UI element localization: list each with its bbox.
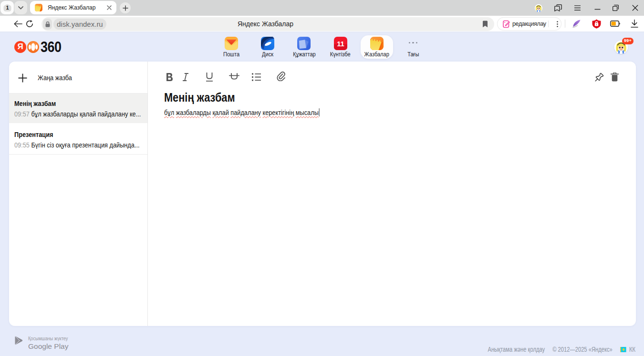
bookmark-icon (482, 21, 488, 28)
chevron-down-icon (18, 6, 23, 10)
text-caret (319, 108, 320, 116)
notes-service-icon (370, 37, 384, 50)
bold-button[interactable] (164, 70, 175, 84)
reload-icon (26, 20, 33, 28)
note-list-item[interactable]: Менің жазбам 09:57 бұл жазбаларды қалай … (9, 94, 147, 123)
service-notes[interactable]: Жазбалар (359, 32, 395, 62)
extension-separator (548, 21, 549, 27)
lock-icon (45, 21, 50, 27)
360-logo-circle (27, 41, 39, 53)
battery-icon (610, 21, 620, 27)
downloads-button[interactable] (630, 16, 639, 31)
service-docs[interactable]: Құжаттар (286, 32, 322, 62)
note-meta-text: 09:57 бұл жазбаларды қалай пайдалану ке.… (14, 110, 141, 118)
service-label: Диск (249, 51, 286, 58)
misspelled-word: мысалы (296, 108, 319, 116)
window-restore-button[interactable] (611, 0, 620, 16)
note-item-title: Презентация (14, 131, 141, 138)
service-label-text: Пошта (223, 51, 239, 58)
italic-button[interactable] (180, 70, 191, 84)
footer-links: Анықтама және қолдау © 2012—2025 «Яндекс… (488, 345, 635, 354)
kazakhstan-flag-icon (620, 347, 626, 352)
note-title[interactable]: Менің жазбам (164, 90, 235, 105)
service-label-text: Тағы (407, 51, 419, 58)
docs-icon (297, 37, 311, 50)
url-text[interactable]: disk.yandex.ru (53, 19, 106, 30)
browser-menu-button[interactable] (573, 0, 582, 16)
tab-counter-button[interactable]: 1 (0, 1, 14, 14)
google-play-big-text: Google Play (28, 342, 72, 350)
tab-panels-icon (554, 4, 562, 11)
extension-pill[interactable]: редакциялау (497, 17, 561, 31)
bookmark-button[interactable] (482, 21, 488, 30)
new-tab-button[interactable] (120, 2, 131, 13)
service-label: Пошта (213, 51, 249, 58)
tab-counter-number: 1 (3, 4, 11, 11)
hamburger-menu-icon (574, 5, 581, 10)
service-label-text: Диск (262, 51, 273, 58)
language-selector[interactable]: КК (629, 346, 635, 353)
note-body[interactable]: бұл жазбаларды қалай пайдалану керектігі… (164, 107, 320, 117)
paperclip-icon (276, 72, 286, 81)
note-editor: Менің жазбам бұл жазбаларды қалай пайдал… (148, 62, 636, 326)
service-mail[interactable]: Пошта (213, 32, 249, 62)
browser-profile-avatar[interactable] (534, 0, 543, 16)
attach-button[interactable] (275, 70, 287, 83)
extension-menu-button[interactable] (552, 18, 562, 30)
window-minimize-button[interactable] (593, 0, 602, 16)
delete-note-button[interactable] (608, 71, 621, 83)
service-calendar[interactable]: 11 Күнтізбе (322, 32, 359, 62)
extension-label: редакциялау (512, 18, 546, 30)
service-label-text: Құжаттар (293, 51, 316, 58)
note-meta-text: 09:55 Бүгін сіз оқуға презентация дайынд… (14, 141, 140, 149)
reload-button[interactable] (25, 16, 34, 31)
notes-sidebar: Жаңа жазба Менің жазбам 09:57 бұл жазбал… (9, 62, 148, 326)
protect-button[interactable] (591, 16, 602, 31)
list-button[interactable] (250, 70, 262, 84)
window-close-button[interactable] (631, 0, 639, 16)
kebab-menu-icon (557, 21, 558, 27)
calendar-icon: 11 (334, 37, 347, 50)
minimize-icon (594, 5, 601, 11)
service-label-text: Күнтізбе (330, 51, 351, 58)
address-bar-page-title: Яндекс Жазбалар (42, 17, 489, 31)
yandex-360-page: Я 360 (0, 32, 644, 356)
address-bar[interactable]: Яндекс Жазбалар disk.yandex.ru (42, 17, 494, 31)
underline-button[interactable] (204, 70, 215, 84)
service-disk[interactable]: Диск (249, 32, 286, 62)
yandex-360-logo[interactable]: Я 360 (14, 41, 65, 53)
note-list-item[interactable]: Презентация 09:55 Бүгін сіз оқуға презен… (9, 123, 147, 155)
plus-icon (18, 73, 27, 83)
note-item-snippet: бұл жазбаларды қалай пайдалану ке... (31, 110, 141, 118)
tab-list-dropdown[interactable] (14, 1, 27, 14)
help-link[interactable]: Анықтама және қолдау (488, 346, 545, 353)
site-security-chip[interactable] (43, 19, 52, 30)
new-note-button[interactable]: Жаңа жазба (9, 62, 147, 94)
pin-note-button[interactable] (593, 71, 605, 83)
close-icon (107, 5, 112, 10)
google-play-small-text: Қосымшаны жүктеу (28, 336, 68, 341)
service-label-text: Жазбалар (364, 51, 389, 58)
tab-panels-button[interactable] (554, 0, 562, 16)
360-logo-text: 360 (41, 38, 62, 56)
tab-title: Яндекс Жазбалар (48, 1, 95, 14)
service-label: Жазбалар (359, 51, 395, 58)
page-footer: Қосымшаны жүктеу Google Play Анықтама жә… (0, 326, 644, 356)
strikethrough-button[interactable] (228, 70, 240, 84)
back-button[interactable] (13, 16, 23, 31)
service-more[interactable]: Тағы (395, 32, 431, 62)
avatar-girl-icon (535, 4, 542, 12)
service-label: Құжаттар (286, 51, 322, 58)
notes-favicon (35, 4, 42, 11)
yandex-pen-button[interactable] (571, 16, 582, 31)
tab-close-button[interactable] (106, 4, 113, 11)
misspelled-word: жазбаларды (176, 108, 211, 116)
google-play-link[interactable]: Қосымшаны жүктеу Google Play (15, 336, 72, 350)
browser-tab[interactable]: Яндекс Жазбалар (30, 1, 116, 14)
underline-icon (206, 73, 213, 82)
strikethrough-icon (229, 73, 239, 81)
toolbar-separator (565, 20, 565, 28)
battery-indicator[interactable] (609, 16, 621, 31)
italic-icon (183, 73, 188, 81)
user-avatar[interactable]: 99+ (614, 41, 634, 55)
